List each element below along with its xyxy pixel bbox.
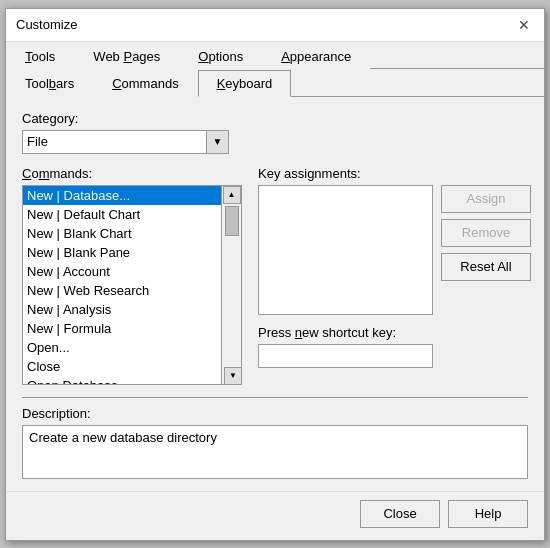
- tab-options[interactable]: Options: [179, 43, 262, 69]
- action-buttons: Assign Remove Reset All: [441, 185, 531, 368]
- main-content: Category: File ▼ Commands: New | Databas…: [6, 97, 544, 491]
- list-item[interactable]: Open...: [23, 338, 221, 357]
- scroll-thumb[interactable]: [225, 206, 239, 236]
- key-assignments-label: Key assignments:: [258, 166, 531, 181]
- tab-toolbars[interactable]: Toolbars: [6, 70, 93, 97]
- list-item[interactable]: New | Database...: [23, 186, 221, 205]
- remove-button[interactable]: Remove: [441, 219, 531, 247]
- reset-all-button[interactable]: Reset All: [441, 253, 531, 281]
- description-text: Create a new database directory: [22, 425, 528, 479]
- close-button[interactable]: Close: [360, 500, 440, 528]
- list-item[interactable]: New | Formula: [23, 319, 221, 338]
- scroll-down-button[interactable]: ▼: [224, 367, 242, 385]
- key-area: Press new shortcut key:: [258, 185, 433, 368]
- commands-list[interactable]: New | Database... New | Default Chart Ne…: [22, 185, 222, 385]
- right-section: Key assignments: Press new shortcut key:…: [258, 166, 531, 385]
- scroll-up-button[interactable]: ▲: [223, 186, 241, 204]
- key-assignments-box: [258, 185, 433, 315]
- list-item[interactable]: New | Blank Chart: [23, 224, 221, 243]
- customize-window: Customize ✕ Tools Web Pages Options Appe…: [5, 8, 545, 541]
- footer: Close Help: [6, 491, 544, 540]
- list-item[interactable]: New | Blank Pane: [23, 243, 221, 262]
- category-dropdown-arrow[interactable]: ▼: [207, 130, 229, 154]
- tabs-row-1: Tools Web Pages Options Appearance: [6, 42, 544, 69]
- list-item[interactable]: New | Web Research: [23, 281, 221, 300]
- category-dropdown[interactable]: File: [22, 130, 207, 154]
- tab-commands[interactable]: Commands: [93, 70, 197, 97]
- shortcut-input[interactable]: [258, 344, 433, 368]
- list-item[interactable]: New | Account: [23, 262, 221, 281]
- window-title: Customize: [16, 17, 77, 32]
- list-item[interactable]: New | Default Chart: [23, 205, 221, 224]
- description-section: Description: Create a new database direc…: [22, 397, 528, 479]
- shortcut-label: Press new shortcut key:: [258, 325, 433, 340]
- tab-keyboard[interactable]: Keyboard: [198, 70, 292, 97]
- tab-tools[interactable]: Tools: [6, 43, 74, 69]
- right-area: Press new shortcut key: Assign Remove Re…: [258, 185, 531, 368]
- tab-appearance[interactable]: Appearance: [262, 43, 370, 69]
- category-label: Category:: [22, 111, 528, 126]
- close-window-button[interactable]: ✕: [514, 15, 534, 35]
- commands-label: Commands:: [22, 166, 242, 181]
- help-button[interactable]: Help: [448, 500, 528, 528]
- list-item[interactable]: New | Analysis: [23, 300, 221, 319]
- list-item[interactable]: Close: [23, 357, 221, 376]
- title-bar: Customize ✕: [6, 9, 544, 42]
- commands-list-wrap: New | Database... New | Default Chart Ne…: [22, 185, 242, 385]
- tabs-row-2: Toolbars Commands Keyboard: [6, 69, 544, 97]
- commands-section: Commands: New | Database... New | Defaul…: [22, 166, 242, 385]
- scrollbar[interactable]: ▲ ▼: [222, 185, 242, 385]
- assign-button[interactable]: Assign: [441, 185, 531, 213]
- category-select-wrap: File ▼: [22, 130, 528, 154]
- list-item[interactable]: Open Database...: [23, 376, 221, 385]
- description-label: Description:: [22, 406, 528, 421]
- tab-web-pages[interactable]: Web Pages: [74, 43, 179, 69]
- two-column-layout: Commands: New | Database... New | Defaul…: [22, 166, 528, 385]
